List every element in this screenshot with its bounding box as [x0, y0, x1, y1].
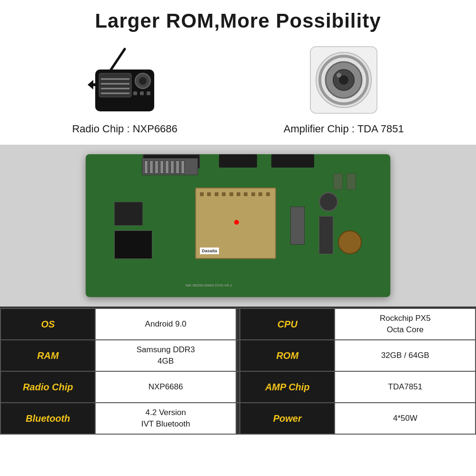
spec-right-value-3: 4*50W: [335, 403, 476, 434]
spec-divider-3: [236, 403, 240, 434]
pcb-section: Dasaita MK-56200-MAIN DVD-V6.1: [0, 145, 476, 307]
spec-right-value-2: TDA7851: [335, 371, 476, 403]
spec-table: OSAndroid 9.0CPURockchip PX5Octa CoreRAM…: [0, 308, 476, 435]
svg-rect-10: [140, 91, 144, 95]
spec-row-1: RAMSamsung DDR34GBROM32GB / 64GB: [0, 340, 476, 371]
spec-right-value-1: 32GB / 64GB: [335, 340, 476, 371]
spec-divider-1: [236, 340, 240, 371]
spec-left-value-2: NXP6686: [95, 371, 236, 403]
svg-rect-13: [92, 83, 97, 86]
spec-right-label-0: CPU: [240, 308, 335, 340]
spec-left-value-3: 4.2 VersionIVT Bluetooth: [95, 403, 236, 434]
pcb-board: Dasaita MK-56200-MAIN DVD-V6.1: [86, 154, 390, 297]
spec-right-label-1: ROM: [240, 340, 335, 371]
spec-divider-0: [236, 308, 240, 340]
svg-point-20: [337, 73, 341, 78]
radio-icon-block: Radio Chip : NXP6686: [72, 42, 177, 135]
spec-table-section: OSAndroid 9.0CPURockchip PX5Octa CoreRAM…: [0, 307, 476, 435]
speaker-icon: [306, 42, 382, 118]
svg-line-0: [110, 49, 125, 70]
svg-rect-9: [133, 91, 137, 95]
icons-row: Radio Chip : NXP6686 Ampl: [19, 42, 457, 135]
spec-left-value-0: Android 9.0: [95, 308, 236, 340]
spec-divider-2: [236, 371, 240, 403]
page-title: Larger ROM,More Possibility: [19, 10, 457, 32]
svg-rect-11: [147, 91, 150, 95]
svg-point-8: [139, 77, 147, 85]
spec-left-label-2: Radio Chip: [0, 371, 95, 403]
radio-icon: [87, 42, 163, 118]
spec-row-3: Bluetooth4.2 VersionIVT BluetoothPower4*…: [0, 403, 476, 434]
spec-row-0: OSAndroid 9.0CPURockchip PX5Octa Core: [0, 308, 476, 340]
spec-left-label-3: Bluetooth: [0, 403, 95, 434]
spec-right-label-3: Power: [240, 403, 335, 434]
spec-left-label-0: OS: [0, 308, 95, 340]
top-section: Larger ROM,More Possibility: [0, 0, 476, 145]
spec-right-label-2: AMP Chip: [240, 371, 335, 403]
spec-row-2: Radio ChipNXP6686AMP ChipTDA7851: [0, 371, 476, 403]
amplifier-icon-block: Amplifier Chip : TDA 7851: [284, 42, 404, 135]
spec-left-label-1: RAM: [0, 340, 95, 371]
spec-left-value-1: Samsung DDR34GB: [95, 340, 236, 371]
spec-right-value-0: Rockchip PX5Octa Core: [335, 308, 476, 340]
radio-label: Radio Chip : NXP6686: [72, 123, 177, 135]
amplifier-label: Amplifier Chip : TDA 7851: [284, 123, 404, 135]
